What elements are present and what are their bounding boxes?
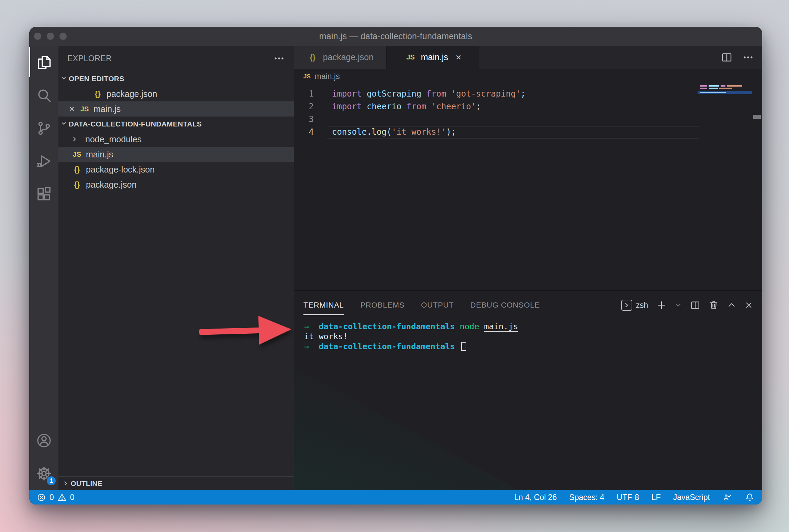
open-editor-main-js[interactable]: × JS main.js: [58, 101, 294, 117]
zoom-window-button[interactable]: [59, 33, 67, 40]
breadcrumb[interactable]: JS main.js: [294, 69, 762, 84]
kill-terminal-trash-icon[interactable]: [709, 300, 719, 310]
panel-tab-label: DEBUG CONSOLE: [470, 301, 540, 310]
activity-settings[interactable]: 1: [29, 457, 58, 490]
language-mode-status[interactable]: JavaScript: [673, 493, 710, 502]
desktop-background: main.js — data-collection-fundamentals: [0, 0, 789, 532]
code-line: 2 import cheerio from 'cheerio';: [294, 100, 762, 113]
code-text: console.log('it works!');: [327, 126, 699, 138]
line-number: 2: [294, 100, 327, 113]
panel-tab-output[interactable]: OUTPUT: [421, 291, 454, 320]
tab-main-js[interactable]: JS main.js ×: [387, 46, 479, 69]
panel-header: TERMINAL PROBLEMS OUTPUT DEBUG CONSOLE z…: [294, 291, 762, 320]
tree-item-package-lock-json[interactable]: {} package-lock.json: [58, 162, 294, 177]
minimize-window-button[interactable]: [47, 33, 54, 40]
files-icon: [36, 54, 52, 70]
chevron-down-icon: ›: [59, 76, 69, 80]
code-text: import cheerio from 'cheerio';: [327, 100, 699, 113]
activity-extensions[interactable]: [29, 178, 58, 211]
terminal-line: → data-collection-fundamentals: [304, 342, 762, 352]
code-text: import gotScraping from 'got-scraping';: [327, 88, 699, 100]
new-terminal-icon[interactable]: [656, 300, 667, 310]
explorer-more-actions-button[interactable]: [273, 53, 285, 64]
workspace-label: DATA-COLLECTION-FUNDAMENTALS: [69, 120, 202, 128]
json-file-icon: {}: [91, 89, 104, 98]
status-bar: 0 0 Ln 4, Col 26 Spaces: 4 UTF-8 LF Java…: [29, 490, 762, 505]
json-file-icon: {}: [71, 180, 83, 189]
panel-tab-label: OUTPUT: [421, 301, 454, 310]
open-editors-section-header[interactable]: › OPEN EDITORS: [58, 71, 294, 86]
chevron-down-icon: ›: [59, 122, 69, 125]
folder-label: node_modules: [85, 134, 142, 144]
js-file-icon: JS: [71, 151, 83, 158]
code-line: 1 import gotScraping from 'got-scraping'…: [294, 88, 762, 100]
activity-source-control[interactable]: [29, 112, 58, 145]
outline-section-header[interactable]: › OUTLINE: [58, 476, 294, 490]
notifications-bell-icon[interactable]: [745, 492, 755, 502]
open-editors-label: OPEN EDITORS: [69, 75, 124, 83]
source-control-icon: [36, 120, 52, 136]
code-line: 3: [294, 113, 762, 126]
maximize-panel-icon[interactable]: [727, 301, 736, 310]
extensions-icon: [36, 186, 52, 202]
run-debug-icon: [36, 153, 52, 169]
problems-status[interactable]: 0 0: [37, 493, 75, 502]
more-actions-icon[interactable]: [742, 52, 754, 63]
window-title: main.js — data-collection-fundamentals: [319, 31, 472, 41]
activity-bar: 1: [29, 46, 58, 490]
error-icon: [37, 493, 46, 502]
ellipsis-icon: [273, 53, 285, 64]
chevron-right-icon: ›: [64, 478, 67, 488]
terminal-line: it works!: [304, 332, 762, 342]
tree-item-package-json[interactable]: {} package.json: [58, 177, 294, 192]
open-editor-package-json[interactable]: {} package.json: [58, 86, 294, 101]
scrollbar-track[interactable]: [752, 84, 762, 229]
tree-item-node-modules[interactable]: › node_modules: [58, 132, 294, 147]
indentation-status[interactable]: Spaces: 4: [569, 493, 604, 502]
js-file-icon: JS: [78, 105, 91, 113]
window-controls: [34, 27, 67, 46]
panel-tab-debug-console[interactable]: DEBUG CONSOLE: [470, 291, 540, 320]
eol-status[interactable]: LF: [652, 493, 661, 502]
sidebar-header: EXPLORER: [58, 46, 294, 71]
vscode-window: main.js — data-collection-fundamentals: [29, 27, 762, 505]
sidebar-title: EXPLORER: [67, 54, 112, 63]
workspace-section-header[interactable]: › DATA-COLLECTION-FUNDAMENTALS: [58, 117, 294, 132]
panel-tab-problems[interactable]: PROBLEMS: [360, 291, 405, 320]
tree-item-main-js[interactable]: JS main.js: [58, 147, 294, 162]
bottom-panel: TERMINAL PROBLEMS OUTPUT DEBUG CONSOLE z…: [294, 290, 762, 490]
terminal-output[interactable]: → data-collection-fundamentals node main…: [294, 320, 762, 490]
split-editor-icon[interactable]: [721, 52, 733, 63]
close-icon[interactable]: ×: [65, 104, 78, 114]
feedback-icon[interactable]: [722, 492, 732, 502]
title-bar[interactable]: main.js — data-collection-fundamentals: [29, 27, 762, 46]
minimap-code-line: [700, 85, 742, 87]
breadcrumb-item: main.js: [315, 72, 340, 81]
json-file-icon: {}: [71, 165, 83, 174]
file-label: package-lock.json: [86, 165, 155, 175]
activity-search[interactable]: [29, 79, 58, 112]
code-text: [327, 113, 699, 126]
line-number: 3: [294, 113, 327, 126]
activity-run-debug[interactable]: [29, 145, 58, 178]
line-number: 1: [294, 88, 327, 100]
json-file-icon: {}: [307, 53, 319, 62]
encoding-status[interactable]: UTF-8: [617, 493, 639, 502]
minimap-current-line: [698, 91, 752, 94]
tab-package-json[interactable]: {} package.json: [294, 46, 387, 69]
close-panel-icon[interactable]: [744, 301, 753, 310]
code-editor[interactable]: 1 import gotScraping from 'got-scraping'…: [294, 84, 762, 290]
close-window-button[interactable]: [34, 33, 41, 40]
scrollbar-thumb[interactable]: [753, 115, 761, 119]
cursor-position-status[interactable]: Ln 4, Col 26: [514, 493, 557, 502]
close-icon[interactable]: ×: [456, 52, 461, 63]
terminal-dropdown-icon[interactable]: [675, 302, 682, 309]
js-file-icon: JS: [303, 73, 311, 80]
shell-selector[interactable]: zsh: [621, 300, 648, 311]
minimap[interactable]: [698, 84, 752, 132]
split-terminal-icon[interactable]: [690, 300, 700, 310]
activity-accounts[interactable]: [29, 424, 58, 457]
activity-explorer[interactable]: [29, 46, 58, 79]
panel-tab-terminal[interactable]: TERMINAL: [303, 291, 344, 320]
js-file-icon: JS: [404, 53, 417, 61]
